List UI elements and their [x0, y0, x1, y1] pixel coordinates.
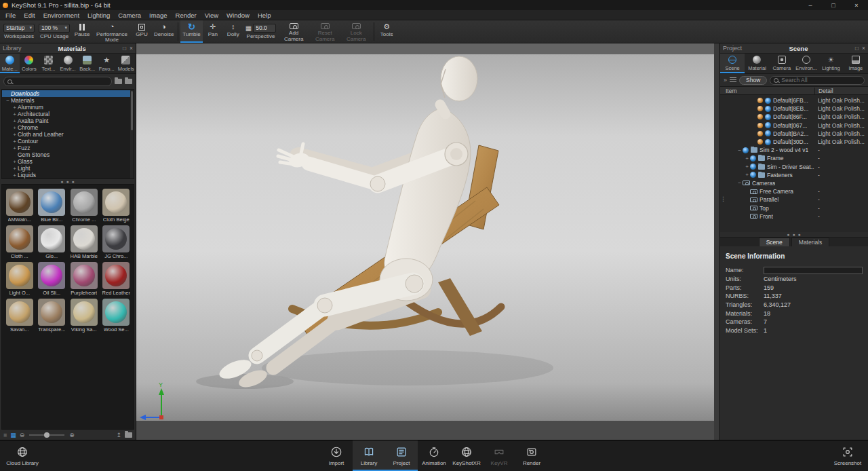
scene-tree-row[interactable]: +Sim - Driver Seat...-: [720, 163, 868, 171]
project-splitter-handle[interactable]: ● ● ●: [720, 232, 868, 237]
lock-camera-button[interactable]: Lock Camera: [340, 20, 372, 43]
pause-button[interactable]: Pause: [72, 20, 92, 43]
scene-tree-row[interactable]: Free Camera-: [720, 187, 868, 195]
reset-camera-button[interactable]: Reset Camera: [309, 20, 340, 43]
library-splitter-handle[interactable]: ● ● ●: [0, 179, 136, 184]
menu-item-help[interactable]: Help: [254, 12, 275, 19]
bottom-tab-scene[interactable]: Scene: [759, 238, 790, 246]
expander-icon[interactable]: +: [12, 105, 18, 111]
add-folder-icon[interactable]: [115, 79, 122, 84]
menu-item-lighting[interactable]: Lighting: [83, 12, 114, 19]
library-tab-favorites[interactable]: ★Favo...: [97, 54, 117, 73]
dock-item-animation[interactable]: Animation: [418, 440, 450, 471]
scene-tree-row[interactable]: Parallel-: [720, 195, 868, 204]
visibility-eye-icon[interactable]: [750, 155, 756, 162]
scene-tree-row[interactable]: Front-: [720, 212, 868, 221]
library-tab-materials[interactable]: Mate...: [0, 54, 20, 73]
menu-item-render[interactable]: Render: [172, 12, 201, 19]
menu-item-edit[interactable]: Edit: [20, 12, 39, 19]
material-thumbnail[interactable]: Transpare...: [36, 297, 68, 334]
library-tree-item[interactable]: +Fuzz: [2, 145, 134, 151]
cloud-library-button[interactable]: Cloud Library: [3, 440, 42, 471]
gpu-button[interactable]: GPU: [132, 20, 152, 43]
visibility-eye-icon[interactable]: [743, 147, 749, 153]
expander-icon[interactable]: +: [12, 166, 18, 172]
workspace-select[interactable]: Startup▾: [3, 24, 35, 33]
scene-tree-row[interactable]: Default|6FB...Light Oak Polish...: [720, 96, 868, 105]
material-thumbnail[interactable]: AMWaln...: [3, 187, 36, 224]
visibility-eye-icon[interactable]: [765, 106, 771, 112]
scene-search-input[interactable]: [781, 77, 861, 83]
menu-item-camera[interactable]: Camera: [114, 12, 145, 19]
upload-icon[interactable]: ↥: [116, 432, 121, 438]
expander-icon[interactable]: +: [744, 172, 750, 178]
project-tab-environment[interactable]: Environ...: [794, 54, 818, 73]
realtime-viewport[interactable]: Y: [136, 43, 719, 440]
menu-item-image[interactable]: Image: [145, 12, 171, 19]
dock-item-keyvr[interactable]: KeyVR: [483, 440, 515, 471]
material-thumbnail[interactable]: Purpleheart: [68, 261, 100, 297]
scene-search-box[interactable]: [770, 76, 865, 85]
material-thumbnail[interactable]: Viking Sa...: [68, 297, 100, 334]
library-tree-scrollbar[interactable]: [130, 90, 134, 178]
expander-icon[interactable]: −: [5, 98, 11, 104]
material-thumbnail[interactable]: HAB Marble: [68, 224, 100, 261]
library-tab-models[interactable]: Models: [116, 54, 136, 73]
library-tab-colors[interactable]: Colors: [20, 54, 39, 73]
visibility-eye-icon[interactable]: [765, 98, 771, 104]
visibility-eye-icon[interactable]: [765, 139, 771, 145]
dock-item-keyshotxr[interactable]: KeyShotXR: [450, 440, 483, 471]
pan-button[interactable]: ✛ Pan: [203, 20, 223, 43]
scene-tree-row[interactable]: Default|86F...Light Oak Polish...: [720, 113, 868, 121]
visibility-eye-icon[interactable]: [750, 164, 756, 170]
panel-resize-grip[interactable]: ⋮: [720, 197, 726, 201]
minimize-button[interactable]: –: [799, 0, 822, 10]
thumbnail-size-slider[interactable]: [29, 434, 64, 436]
cpu-usage-select[interactable]: 100 %▾: [39, 24, 70, 33]
visibility-eye-icon[interactable]: [765, 114, 771, 120]
material-thumbnail[interactable]: Oil Sli...: [36, 261, 68, 297]
tumble-button[interactable]: ↻ Tumble: [180, 20, 202, 43]
menu-item-environment[interactable]: Environment: [39, 12, 83, 19]
list-view-icon[interactable]: ≡: [3, 432, 7, 438]
scene-tree-row[interactable]: −Sim 2 - wood v4 v1-: [720, 146, 868, 154]
dock-item-project[interactable]: Project: [385, 440, 418, 471]
library-tree-item[interactable]: +Axalta Paint: [2, 117, 134, 124]
expander-icon[interactable]: −: [736, 147, 743, 153]
material-thumbnail[interactable]: Red Leather: [100, 261, 133, 297]
bottom-tab-materials[interactable]: Materials: [791, 238, 829, 246]
expander-icon[interactable]: +: [12, 132, 18, 138]
material-thumbnail[interactable]: Savan...: [3, 297, 36, 334]
render-canvas[interactable]: Y: [136, 43, 719, 440]
expander-icon[interactable]: +: [744, 164, 750, 170]
close-button[interactable]: ×: [845, 0, 868, 10]
library-tree-item[interactable]: +Chrome: [2, 124, 134, 131]
column-detail[interactable]: Detail: [814, 88, 868, 94]
undock-panel-icon[interactable]: □: [123, 45, 126, 52]
grid-view-icon[interactable]: ▦: [10, 432, 16, 438]
scene-tree-row[interactable]: Default|30D...Light Oak Polish...: [720, 138, 868, 146]
material-thumbnail[interactable]: Light O...: [3, 261, 36, 297]
project-tab-camera[interactable]: Camera: [770, 54, 794, 73]
project-tab-material[interactable]: Material: [745, 54, 769, 73]
expander-icon[interactable]: +: [12, 125, 18, 131]
material-thumbnail[interactable]: Chrome ...: [68, 187, 100, 224]
scene-tree-row[interactable]: Default|067...Light Oak Polish...: [720, 121, 868, 130]
tools-button[interactable]: ⚙ Tools: [376, 20, 397, 43]
library-tree-item[interactable]: −Materials: [2, 97, 134, 104]
library-tree-item[interactable]: +Aluminum: [2, 104, 134, 111]
fov-input[interactable]: 50.0: [253, 24, 276, 33]
close-panel-icon[interactable]: ×: [130, 45, 133, 52]
scene-tree-row[interactable]: Default|8EB...Light Oak Polish...: [720, 105, 868, 113]
scene-tree-row[interactable]: Default|BA2...Light Oak Polish...: [720, 130, 868, 138]
scene-tree-row[interactable]: Top-: [720, 204, 868, 212]
folder-icon[interactable]: [125, 432, 132, 438]
dolly-button[interactable]: ↕ Dolly: [223, 20, 243, 43]
add-camera-button[interactable]: Add Camera: [278, 20, 309, 43]
expander-icon[interactable]: +: [12, 118, 18, 124]
screenshot-button[interactable]: Screenshot: [830, 440, 865, 471]
dock-item-import[interactable]: Import: [320, 440, 353, 471]
expander-icon[interactable]: −: [736, 180, 743, 186]
expander-icon[interactable]: +: [12, 159, 18, 165]
project-tab-lighting[interactable]: ☀Lighting: [818, 54, 843, 73]
